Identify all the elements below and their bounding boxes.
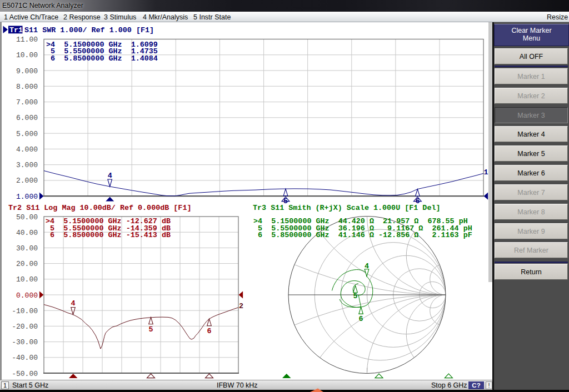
svg-text:6 5.8500000 GHz -15.413 dB: 6 5.8500000 GHz -15.413 dB bbox=[46, 231, 171, 239]
svg-text:Tr2 S11 Log Mag 10.00dB/ Ref 0: Tr2 S11 Log Mag 10.00dB/ Ref 0.000dB [F1… bbox=[8, 204, 191, 212]
svg-text:1.000: 1.000 bbox=[16, 193, 38, 201]
svg-text:3.000: 3.000 bbox=[16, 161, 38, 169]
svg-text:5: 5 bbox=[148, 325, 153, 334]
svg-text:5: 5 bbox=[353, 292, 357, 300]
svg-text:-50.00: -50.00 bbox=[12, 370, 38, 378]
svg-text:6.000: 6.000 bbox=[16, 114, 38, 122]
svg-text:6: 6 bbox=[415, 197, 420, 205]
svg-text:10.00: 10.00 bbox=[16, 275, 38, 284]
svg-text:30.00: 30.00 bbox=[16, 244, 38, 253]
svg-text:4: 4 bbox=[71, 299, 75, 308]
svg-text:Tr3 S11 Smith (R+jX) Scale 1.0: Tr3 S11 Smith (R+jX) Scale 1.000U [F1 De… bbox=[253, 204, 441, 212]
svg-text:10.00: 10.00 bbox=[16, 51, 38, 59]
svg-text:-30.00: -30.00 bbox=[12, 338, 38, 346]
svg-text:11.00: 11.00 bbox=[16, 36, 38, 44]
svg-text:S11 SWR 1.000/ Ref 1.000 [F1]: S11 SWR 1.000/ Ref 1.000 [F1] bbox=[24, 26, 154, 34]
svg-text:1: 1 bbox=[484, 168, 488, 177]
svg-text:9.000: 9.000 bbox=[16, 67, 38, 76]
svg-text:5.000: 5.000 bbox=[16, 130, 38, 138]
svg-text:0.000: 0.000 bbox=[16, 292, 38, 300]
svg-text:4: 4 bbox=[108, 172, 112, 180]
svg-text:-10.00: -10.00 bbox=[12, 307, 38, 315]
svg-text:6: 6 bbox=[359, 315, 363, 323]
svg-text:7.000: 7.000 bbox=[16, 98, 38, 107]
svg-text:-40.00: -40.00 bbox=[12, 354, 38, 362]
svg-text:6: 6 bbox=[207, 327, 211, 335]
svg-text:6 5.8500000 GHz 41.146 Ω -12: 6 5.8500000 GHz 41.146 Ω -12.856 Ω 2.116… bbox=[253, 231, 472, 239]
svg-text:20.00: 20.00 bbox=[16, 260, 38, 268]
svg-text:50.00: 50.00 bbox=[16, 213, 38, 222]
svg-text:6 5.8500000 GHz 1.4084: 6 5.8500000 GHz 1.4084 bbox=[46, 54, 158, 63]
svg-text:40.00: 40.00 bbox=[16, 229, 38, 237]
svg-text:2: 2 bbox=[239, 302, 243, 310]
svg-text:8.000: 8.000 bbox=[16, 83, 38, 91]
svg-text:-20.00: -20.00 bbox=[12, 323, 38, 331]
svg-text:Tr1: Tr1 bbox=[9, 26, 23, 34]
svg-text:5: 5 bbox=[283, 197, 288, 205]
svg-text:2.000: 2.000 bbox=[16, 177, 38, 185]
svg-text:4.000: 4.000 bbox=[16, 145, 38, 154]
